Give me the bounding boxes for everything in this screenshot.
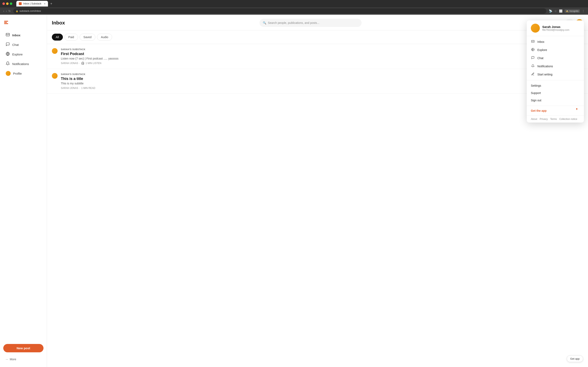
- tab-favicon: [19, 2, 22, 5]
- dropdown-explore-icon: [531, 48, 535, 52]
- dropdown-avatar: [531, 24, 540, 33]
- dropdown-user-name: Sarah Jonas: [542, 25, 570, 29]
- tab-close-icon[interactable]: ✕: [44, 3, 45, 5]
- footer-link-terms[interactable]: Terms: [550, 118, 557, 120]
- post-subtitle-2: This is my subtitle: [61, 82, 563, 85]
- dropdown-nav-section: Inbox Explore Chat Notifications Start w…: [527, 36, 584, 80]
- search-icon: 🔍: [263, 21, 266, 25]
- page-title: Inbox: [52, 20, 65, 26]
- filter-tab-saved[interactable]: Saved: [80, 34, 95, 41]
- sidebar: Inbox Chat Explore Notifications: [0, 15, 47, 367]
- dropdown-settings-label: Settings: [531, 84, 541, 87]
- post-pub-icon-1: [52, 48, 58, 54]
- sidebar-item-explore-label: Explore: [12, 53, 23, 56]
- forward-button[interactable]: ›: [6, 9, 7, 13]
- menu-icon[interactable]: ⋮: [582, 9, 585, 13]
- post-pub-name-1: SARAH'S SUBSTACK: [61, 48, 563, 50]
- browser-titlebar: Inbox | Substack ✕ +: [0, 0, 588, 7]
- extension-icon[interactable]: ⬜: [559, 9, 562, 13]
- minimize-button[interactable]: [6, 2, 9, 5]
- search-placeholder: Search people, publications, and posts..…: [268, 21, 319, 25]
- dropdown-item-settings[interactable]: Settings: [527, 82, 584, 89]
- sidebar-more[interactable]: ··· More: [2, 355, 45, 363]
- dropdown-item-inbox[interactable]: Inbox: [527, 38, 584, 46]
- notifications-icon: [6, 61, 10, 67]
- post-item-2[interactable]: SARAH'S SUBSTACK This is a title This is…: [47, 69, 588, 94]
- dropdown-chat-label: Chat: [537, 57, 544, 60]
- sidebar-item-profile[interactable]: Profile: [2, 69, 45, 78]
- post-read-time-2: 1 MIN READ: [81, 87, 95, 90]
- headphone-icon: 🎧: [81, 62, 84, 65]
- close-button[interactable]: [2, 2, 5, 5]
- tab-title: Inbox | Substack: [23, 2, 42, 5]
- dropdown-item-support[interactable]: Support: [527, 89, 584, 97]
- url-text: substack.com/inbox: [19, 9, 41, 12]
- dropdown-settings-section: Settings Support Sign out: [527, 80, 584, 106]
- sidebar-nav: Inbox Chat Explore Notifications: [0, 30, 47, 342]
- browser-tab[interactable]: Inbox | Substack ✕: [16, 1, 48, 7]
- filter-tab-audio[interactable]: Audio: [97, 34, 112, 41]
- address-bar: ‹ › ↻ 🔒 substack.com/inbox 📡 ☆ ⬜ 🕵 Incog…: [0, 7, 588, 15]
- post-pub-name-2: SARAH'S SUBSTACK: [61, 73, 563, 75]
- dropdown-item-notifications[interactable]: Notifications: [527, 62, 584, 70]
- sidebar-item-profile-label: Profile: [13, 72, 22, 75]
- filter-tab-all[interactable]: All: [52, 34, 63, 41]
- new-tab-icon[interactable]: +: [51, 2, 52, 6]
- logo-bar-2: [4, 22, 7, 23]
- dropdown-notifications-icon: [531, 64, 535, 68]
- sidebar-logo[interactable]: [0, 18, 47, 30]
- post-subtitle-1: Listen now (7 sec) | First podcast .....…: [61, 57, 563, 60]
- post-item[interactable]: SARAH'S SUBSTACK First Podcast Listen no…: [47, 44, 588, 69]
- dropdown-notifications-label: Notifications: [537, 65, 553, 68]
- cast-icon: 📡: [549, 9, 552, 13]
- logo-bar-1: [4, 21, 8, 22]
- url-bar[interactable]: 🔒 substack.com/inbox: [13, 8, 546, 14]
- window-controls: [2, 2, 12, 5]
- dropdown-sign-out-label: Sign out: [531, 99, 541, 102]
- post-content-1: SARAH'S SUBSTACK First Podcast Listen no…: [61, 48, 563, 65]
- logo-bar-3: [4, 23, 8, 24]
- dropdown-item-chat[interactable]: Chat: [527, 54, 584, 62]
- dropdown-item-explore[interactable]: Explore: [527, 46, 584, 54]
- new-post-button[interactable]: New post: [3, 344, 43, 352]
- sidebar-item-notifications-label: Notifications: [12, 62, 29, 66]
- nav-buttons: ‹ › ↻: [3, 9, 11, 13]
- post-author-1: SARAH JONAS: [61, 62, 78, 65]
- dropdown-item-sign-out[interactable]: Sign out: [527, 97, 584, 104]
- dropdown-item-start-writing[interactable]: Start writing: [527, 70, 584, 78]
- profile-avatar: [6, 71, 11, 76]
- sidebar-item-inbox[interactable]: Inbox: [2, 31, 45, 40]
- footer-link-privacy[interactable]: Privacy: [540, 118, 548, 120]
- dropdown-start-writing-label: Start writing: [537, 73, 553, 76]
- post-title-1: First Podcast: [61, 52, 563, 56]
- sidebar-item-explore[interactable]: Explore: [2, 50, 45, 59]
- explore-icon: [6, 52, 10, 57]
- dropdown-footer: About Privacy Terms Collection notice: [527, 116, 584, 123]
- filter-tab-paid[interactable]: Paid: [65, 34, 78, 41]
- main-content: Inbox 🔍 Search people, publications, and…: [47, 15, 588, 367]
- reload-button[interactable]: ↻: [8, 9, 11, 13]
- search-bar[interactable]: 🔍 Search people, publications, and posts…: [259, 19, 362, 27]
- posts-list: SARAH'S SUBSTACK First Podcast Listen no…: [47, 44, 588, 367]
- address-actions: 📡 ☆ ⬜ 🕵 Incognito ⋮: [549, 9, 585, 13]
- post-read-time-1: 1 MIN LISTEN: [86, 62, 101, 65]
- back-button[interactable]: ‹: [3, 9, 4, 13]
- more-dots-icon: ···: [6, 358, 8, 361]
- post-title-2: This is a title: [61, 77, 563, 81]
- sidebar-item-inbox-label: Inbox: [12, 33, 20, 37]
- svg-rect-7: [576, 108, 577, 109]
- post-content-2: SARAH'S SUBSTACK This is a title This is…: [61, 73, 563, 90]
- get-app-fab-button[interactable]: Get app: [567, 355, 583, 362]
- dropdown-menu: Sarah Jonas f6b7502d@moodjoy.com Inbox E…: [527, 20, 584, 123]
- bookmark-icon[interactable]: ☆: [554, 9, 557, 13]
- footer-link-about[interactable]: About: [531, 118, 537, 120]
- dropdown-chat-icon: [531, 56, 535, 60]
- sidebar-item-notifications[interactable]: Notifications: [2, 59, 45, 68]
- get-app-label[interactable]: Get the app: [531, 109, 546, 112]
- sidebar-item-chat-label: Chat: [12, 43, 19, 47]
- maximize-button[interactable]: [10, 2, 12, 5]
- svg-rect-8: [576, 109, 577, 110]
- sidebar-item-chat[interactable]: Chat: [2, 40, 45, 49]
- footer-link-collection-notice[interactable]: Collection notice: [559, 118, 577, 120]
- chat-icon: [6, 42, 10, 47]
